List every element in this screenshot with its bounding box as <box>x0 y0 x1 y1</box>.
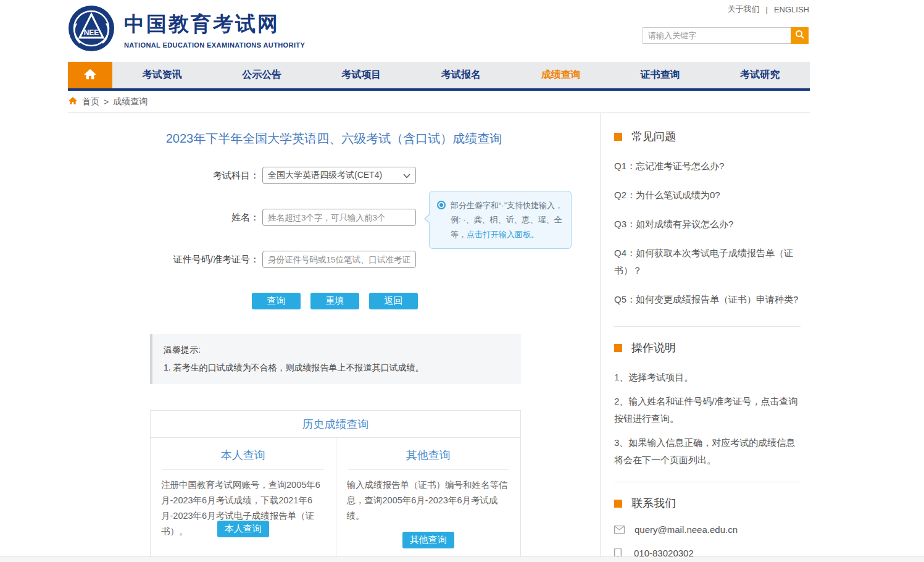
guide-section: 操作说明 1、选择考试项目。 2、输入姓名和证件号码/准考证号，点击查询按钮进行… <box>614 340 801 482</box>
name-input[interactable] <box>262 209 416 226</box>
guide-title: 操作说明 <box>631 340 676 355</box>
site-name-en: NATIONAL EDUCATION EXAMINATIONS AUTHORIT… <box>124 41 305 49</box>
page: NEE 中国教育考试网 NATIONAL EDUCATION EXAMINATI… <box>0 0 924 562</box>
score-query-form: 考试科目： 全国大学英语四级考试(CET4) 姓名： <box>68 167 600 309</box>
breadcrumb-current: 成绩查询 <box>113 96 148 107</box>
top-links: 关于我们 | ENGLISH <box>728 4 809 15</box>
other-query-card: 其他查询 输入成绩报告单（证书）编号和姓名等信息，查询2005年6月-2023年… <box>336 438 521 561</box>
contact-title: 联系我们 <box>631 496 676 511</box>
notice-item: 1. 若考生的口试成绩为不合格，则成绩报告单上不报道其口试成绩。 <box>164 363 510 374</box>
self-query-button[interactable]: 本人查询 <box>217 521 269 537</box>
links-divider: | <box>766 5 768 14</box>
faq-item-q3[interactable]: Q3：如对成绩有异议怎么办? <box>614 216 801 233</box>
guide-step-3: 3、如果输入信息正确，对应考试的成绩信息将会在下一个页面列出。 <box>614 434 801 469</box>
site-name-cn: 中国教育考试网 <box>124 10 305 38</box>
self-query-title: 本人查询 <box>162 448 324 470</box>
guide-step-2: 2、输入姓名和证件号码/准考证号，点击查询按钮进行查询。 <box>614 393 801 427</box>
subject-select[interactable]: 全国大学英语四级考试(CET4) <box>262 167 416 184</box>
history-panel-title: 历史成绩查询 <box>151 411 520 438</box>
neea-emblem-icon: NEE <box>68 5 115 54</box>
main-nav: 考试资讯 公示公告 考试项目 考试报名 成绩查询 证书查询 考试研究 <box>68 62 810 91</box>
search-icon <box>795 30 805 41</box>
history-score-panel: 历史成绩查询 本人查询 注册中国教育考试网账号，查询2005年6月-2023年6… <box>150 410 521 561</box>
contact-email[interactable]: query@mail.neea.edu.cn <box>635 524 738 535</box>
notice-title: 温馨提示: <box>164 345 510 356</box>
breadcrumb: 首页 > 成绩查询 <box>68 91 810 113</box>
subject-label: 考试科目： <box>68 170 259 182</box>
chevron-down-icon <box>403 170 410 180</box>
breadcrumb-home[interactable]: 首页 <box>82 96 99 107</box>
site-search <box>643 27 809 44</box>
faq-item-q4[interactable]: Q4：如何获取本次考试电子成绩报告单（证书）？ <box>614 245 801 279</box>
header: NEE 中国教育考试网 NATIONAL EDUCATION EXAMINATI… <box>0 0 924 62</box>
footer-strip <box>0 556 924 562</box>
self-query-card: 本人查询 注册中国教育考试网账号，查询2005年6月-2023年6月考试成绩，下… <box>151 438 336 561</box>
name-label: 姓名： <box>68 212 259 224</box>
breadcrumb-home-icon <box>68 96 78 107</box>
nav-item-exam-programs[interactable]: 考试项目 <box>312 62 411 88</box>
faq-item-q1[interactable]: Q1：忘记准考证号怎么办? <box>614 157 801 175</box>
orange-bullet-icon <box>614 133 622 141</box>
other-query-title: 其他查询 <box>348 448 509 470</box>
id-number-input[interactable] <box>262 251 416 268</box>
nav-item-exam-research[interactable]: 考试研究 <box>710 62 810 88</box>
orange-bullet-icon <box>614 344 622 352</box>
home-icon <box>83 67 97 83</box>
nav-home-button[interactable] <box>68 62 112 88</box>
faq-section: 常见问题 Q1：忘记准考证号怎么办? Q2：为什么笔试成绩为0? Q3：如对成绩… <box>614 129 801 327</box>
back-button[interactable]: 返回 <box>369 293 418 309</box>
site-logo[interactable]: NEE 中国教育考试网 NATIONAL EDUCATION EXAMINATI… <box>68 5 305 54</box>
search-button[interactable] <box>791 27 809 44</box>
other-query-desc: 输入成绩报告单（证书）编号和姓名等信息，查询2005年6月-2023年6月考试成… <box>347 477 510 524</box>
faq-item-q5[interactable]: Q5：如何变更成绩报告单（证书）申请种类? <box>614 291 801 308</box>
radio-icon <box>437 201 446 209</box>
contact-section: 联系我们 query@mail.neea.edu.cn <box>614 496 801 562</box>
breadcrumb-separator: > <box>104 97 109 107</box>
faq-title: 常见问题 <box>631 129 676 144</box>
email-icon <box>614 526 625 534</box>
search-input[interactable] <box>643 27 791 44</box>
rare-char-tooltip: 部分生僻字和“·”支持快捷输入，例: ·、龚、枂、䜣、恵、瑆、仝等，点击打开输入… <box>429 191 572 249</box>
main-content: 2023年下半年全国大学英语四、六级考试（含口试）成绩查询 考试科目： 全国大学… <box>68 113 601 558</box>
sidebar: 常见问题 Q1：忘记准考证号怎么办? Q2：为什么笔试成绩为0? Q3：如对成绩… <box>601 113 809 558</box>
open-input-panel-link[interactable]: 点击打开输入面板。 <box>467 230 539 239</box>
id-label: 证件号码/准考证号： <box>68 254 259 266</box>
other-query-button[interactable]: 其他查询 <box>402 532 454 548</box>
english-link[interactable]: ENGLISH <box>774 5 809 14</box>
reset-button[interactable]: 重填 <box>310 293 359 309</box>
page-title: 2023年下半年全国大学英语四、六级考试（含口试）成绩查询 <box>68 130 600 147</box>
orange-bullet-icon <box>614 500 622 508</box>
nav-item-announcements[interactable]: 公示公告 <box>212 62 311 88</box>
nav-item-exam-news[interactable]: 考试资讯 <box>112 62 212 88</box>
query-button[interactable]: 查询 <box>252 293 301 309</box>
faq-item-q2[interactable]: Q2：为什么笔试成绩为0? <box>614 187 801 204</box>
nav-item-exam-registration[interactable]: 考试报名 <box>411 62 510 88</box>
nav-item-score-query[interactable]: 成绩查询 <box>511 62 610 88</box>
about-us-link[interactable]: 关于我们 <box>728 4 760 15</box>
svg-text:NEE: NEE <box>84 28 99 37</box>
nav-item-certificate-query[interactable]: 证书查询 <box>610 62 710 88</box>
guide-step-1: 1、选择考试项目。 <box>614 369 801 386</box>
notice-box: 温馨提示: 1. 若考生的口试成绩为不合格，则成绩报告单上不报道其口试成绩。 <box>150 334 521 384</box>
